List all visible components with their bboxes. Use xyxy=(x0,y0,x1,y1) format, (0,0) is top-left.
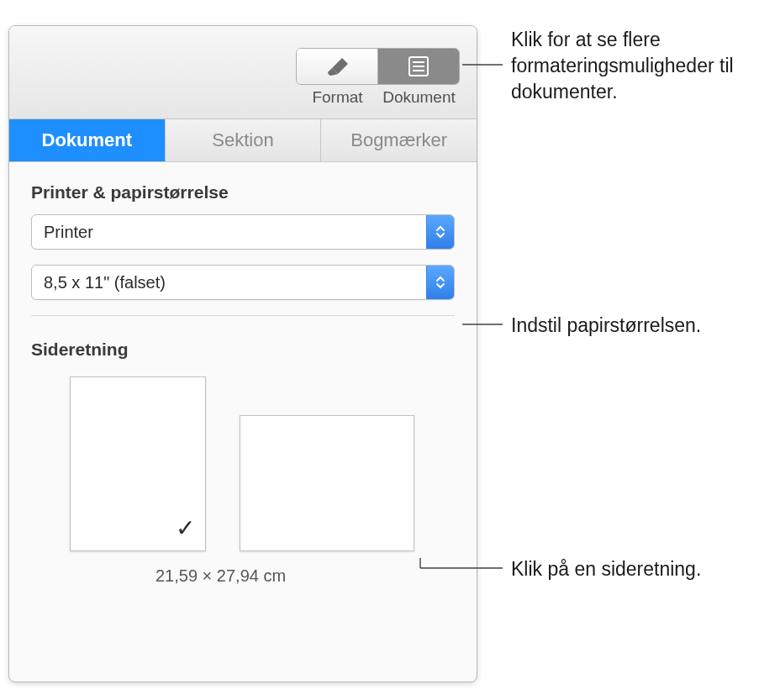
tab-document[interactable]: Dokument xyxy=(9,119,166,161)
callout-toolbar: Klik for at se flere formateringsmulighe… xyxy=(511,27,763,105)
document-label: Dokument xyxy=(378,88,460,107)
divider xyxy=(31,315,455,316)
printer-section-title: Printer & papirstørrelse xyxy=(31,182,455,203)
popup-arrow-icon xyxy=(426,215,454,249)
toolbar: Format Dokument xyxy=(9,26,477,119)
paintbrush-icon xyxy=(323,55,351,77)
paper-size-popup-value: 8,5 x 11" (falset) xyxy=(44,273,166,292)
callout-paper-size: Indstil papirstørrelsen. xyxy=(511,313,763,339)
printer-popup-value: Printer xyxy=(44,223,93,242)
inspector-panel: Format Dokument Dokument Sektion Bogmærk… xyxy=(8,25,477,682)
callout-orientation: Klik på en sideretning. xyxy=(511,556,763,582)
format-label: Format xyxy=(297,88,378,107)
document-icon xyxy=(407,55,430,77)
tab-bar: Dokument Sektion Bogmærker xyxy=(9,119,477,162)
tab-section[interactable]: Sektion xyxy=(166,119,322,161)
tab-bookmarks[interactable]: Bogmærker xyxy=(321,119,477,161)
inspector-mode-segmented xyxy=(296,48,460,85)
check-icon: ✓ xyxy=(176,514,195,542)
printer-popup[interactable]: Printer xyxy=(31,214,455,250)
orientation-portrait[interactable]: ✓ xyxy=(70,376,206,551)
orientation-dimensions: 21,59 × 27,94 cm xyxy=(155,566,455,586)
format-button[interactable] xyxy=(297,49,378,84)
orientation-landscape[interactable] xyxy=(240,415,414,551)
paper-size-popup[interactable]: 8,5 x 11" (falset) xyxy=(31,265,455,300)
orientation-section-title: Sideretning xyxy=(31,339,455,360)
popup-arrow-icon xyxy=(426,266,454,299)
document-button[interactable] xyxy=(378,49,459,84)
